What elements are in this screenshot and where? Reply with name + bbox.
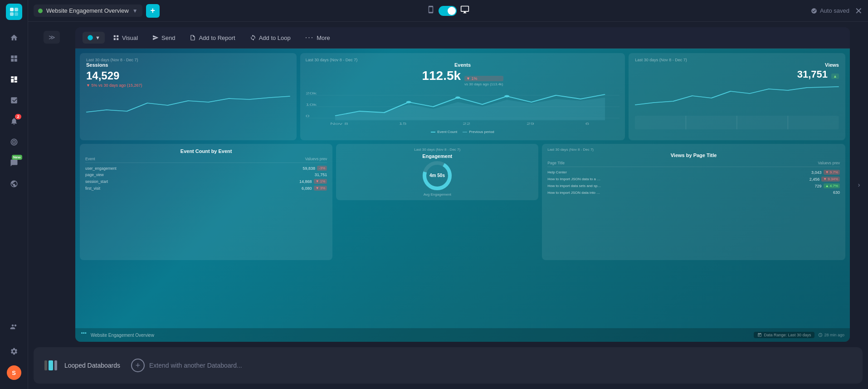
table-row: Help Center 3,043 ▼ 9.7% bbox=[547, 169, 840, 176]
views-change: ▲ bbox=[831, 74, 839, 79]
top-stats-row: Last 30 days (Nov 8 - Dec 7) Sessions 14… bbox=[80, 53, 845, 140]
add-button[interactable]: + bbox=[146, 4, 160, 18]
status-indicator bbox=[38, 9, 43, 13]
page-change-1: ▼ 9.7% bbox=[824, 170, 840, 175]
event-count-title: Event Count by Event bbox=[85, 148, 327, 154]
data-range-text: Data Range: Last 30 days bbox=[764, 333, 811, 337]
dropdown-arrow: ▼ bbox=[95, 35, 100, 40]
engagement-donut: 4m 50s bbox=[421, 160, 453, 192]
sidebar-item-messages[interactable]: New bbox=[5, 154, 23, 172]
sidebar-item-discover[interactable] bbox=[5, 175, 23, 193]
engagement-label: Engagement bbox=[422, 153, 452, 159]
sidebar-item-alerts[interactable]: 2 bbox=[5, 112, 23, 130]
svg-text:15: 15 bbox=[399, 122, 406, 125]
sidebar-item-dashboards[interactable] bbox=[5, 70, 23, 89]
page-4: How to import JSON data into a Google Sh… bbox=[547, 191, 602, 195]
mobile-icon[interactable] bbox=[427, 5, 435, 16]
svg-rect-33 bbox=[81, 332, 83, 334]
table-row: How to import data sets and spreadsheets… bbox=[547, 182, 840, 189]
sidebar-item-goals[interactable] bbox=[5, 133, 23, 151]
sidebar: 2 New S bbox=[0, 0, 28, 389]
svg-rect-35 bbox=[85, 332, 86, 334]
svg-rect-10 bbox=[114, 38, 116, 40]
svg-text:22: 22 bbox=[463, 122, 470, 125]
close-button[interactable]: ✕ bbox=[855, 5, 863, 16]
bar-1 bbox=[44, 360, 47, 370]
views-period: Last 30 days (Nov 8 - Dec 7) bbox=[635, 58, 839, 62]
events-card: Last 30 days (Nov 8 - Dec 7) Events 112.… bbox=[300, 53, 625, 140]
color-dropdown[interactable]: ▼ bbox=[83, 32, 105, 44]
svg-text:6: 6 bbox=[585, 122, 590, 125]
collapse-sidebar-button[interactable]: ≫ bbox=[44, 31, 60, 44]
page-val-3: 729 bbox=[806, 184, 822, 188]
table-row: session_start 14,868 ▼ 1% bbox=[85, 178, 327, 185]
extend-circle-icon: + bbox=[131, 359, 145, 372]
more-button[interactable]: ··· More bbox=[299, 31, 336, 44]
page-2: How to Import JSON data to a Google Shee… bbox=[547, 177, 602, 181]
col-value: Value bbox=[305, 157, 315, 161]
svg-rect-11 bbox=[117, 38, 118, 40]
col-val: Value bbox=[818, 161, 827, 165]
table-row: page_view 31,751 bbox=[85, 172, 327, 178]
page-change-3: ▲ 4.7% bbox=[824, 183, 840, 188]
events-change-detail: vs 30 days ago (113.4k) bbox=[464, 82, 503, 86]
table-row: first_visit 6,080 ▼ 3% bbox=[85, 185, 327, 192]
views-page-header: Page Title Value vs prev bbox=[547, 161, 840, 167]
col-event: Event bbox=[85, 157, 305, 161]
sessions-chart bbox=[86, 89, 290, 117]
app-logo[interactable] bbox=[6, 4, 22, 20]
right-panel-toggle[interactable]: › bbox=[855, 27, 863, 342]
row-change-1: -3% bbox=[317, 166, 327, 171]
sessions-label: Sessions bbox=[86, 62, 290, 68]
sidebar-item-settings-bottom[interactable] bbox=[5, 342, 23, 360]
page-val-1: 3,043 bbox=[806, 170, 822, 175]
events-period: Last 30 days (Nov 8 - Dec 7) bbox=[306, 58, 620, 62]
page-1: Help Center bbox=[547, 170, 602, 174]
event-table-header: Event Value vs prev bbox=[85, 157, 327, 163]
svg-rect-34 bbox=[83, 332, 84, 334]
looped-label: Looped Databoards bbox=[64, 362, 120, 369]
bottom-stats-row: Event Count by Event Event Value vs prev… bbox=[80, 144, 845, 260]
svg-point-7 bbox=[88, 35, 93, 40]
legend-prev-period: Previous period bbox=[469, 130, 494, 134]
add-to-loop-button[interactable]: Add to Loop bbox=[244, 32, 297, 44]
engagement-period: Last 30 days (Nov 8 - Dec 7) bbox=[414, 148, 460, 152]
svg-text:0: 0 bbox=[306, 114, 310, 118]
row-event-1: user_engagement bbox=[85, 166, 303, 171]
device-toggle-group bbox=[427, 5, 469, 16]
svg-point-21 bbox=[504, 95, 509, 98]
footer-title: Website Engagement Overview bbox=[91, 333, 154, 338]
sidebar-item-home[interactable] bbox=[5, 29, 23, 47]
events-label: Events bbox=[306, 62, 620, 68]
sidebar-item-analytics[interactable] bbox=[5, 91, 23, 109]
page-val-4: 630 bbox=[824, 190, 840, 195]
views-by-page-period: Last 30 days (Nov 8 - Dec 7) bbox=[547, 148, 840, 152]
dashboard-preview: Last 30 days (Nov 8 - Dec 7) Sessions 14… bbox=[75, 49, 850, 342]
engagement-col: Last 30 days (Nov 8 - Dec 7) Engagement … bbox=[336, 144, 538, 260]
svg-text:Nov 8: Nov 8 bbox=[330, 122, 348, 125]
page-val-2: 2,456 bbox=[804, 177, 819, 182]
sidebar-item-apps[interactable] bbox=[5, 49, 23, 68]
dashboard-title-btn[interactable]: Website Engagement Overview ▼ bbox=[34, 5, 142, 17]
add-to-report-button[interactable]: Add to Report bbox=[183, 32, 241, 44]
svg-point-6 bbox=[13, 142, 15, 143]
send-button[interactable]: Send bbox=[146, 32, 181, 44]
desktop-icon[interactable] bbox=[460, 5, 469, 16]
row-change-3: ▼ 1% bbox=[314, 179, 327, 184]
extend-button[interactable]: + Extend with another Databoard... bbox=[131, 359, 242, 372]
row-event-2: page_view bbox=[85, 172, 315, 177]
user-avatar[interactable]: S bbox=[7, 365, 21, 380]
events-change-pct: ▼ 1% bbox=[464, 76, 503, 81]
sidebar-item-team[interactable] bbox=[5, 318, 23, 336]
views-by-page-card: Last 30 days (Nov 8 - Dec 7) Views by Pa… bbox=[542, 144, 845, 260]
messages-new-badge: New bbox=[12, 155, 22, 160]
svg-rect-2 bbox=[10, 12, 14, 16]
collapse-panel: ≫ bbox=[34, 27, 70, 342]
svg-text:10k: 10k bbox=[306, 103, 317, 106]
svg-text:20k: 20k bbox=[306, 91, 317, 95]
main-content: Website Engagement Overview ▼ + Auto sav… bbox=[28, 0, 868, 389]
svg-rect-0 bbox=[10, 8, 14, 11]
event-count-table-card: Event Count by Event Event Value vs prev… bbox=[80, 144, 332, 260]
view-toggle[interactable] bbox=[439, 6, 457, 16]
visual-button[interactable]: Visual bbox=[107, 32, 144, 44]
